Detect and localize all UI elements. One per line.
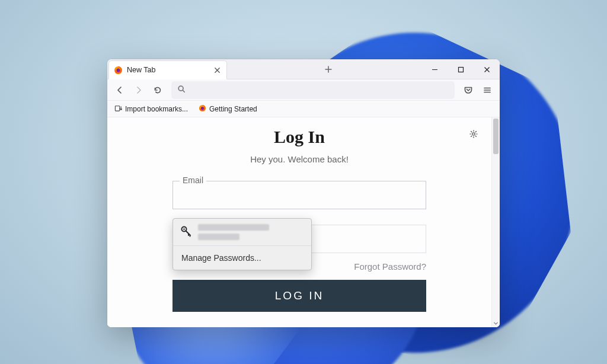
firefox-icon bbox=[199, 104, 206, 114]
nav-toolbar bbox=[107, 79, 500, 101]
content-area: Log In Hey you. Welcome back! Email Forg… bbox=[107, 117, 500, 327]
scrollbar-thumb[interactable] bbox=[493, 119, 499, 154]
page-title: Log In bbox=[172, 127, 426, 147]
login-button-label: LOG IN bbox=[275, 289, 324, 302]
browser-window: New Tab bbox=[107, 59, 500, 327]
minimize-button[interactable] bbox=[421, 59, 448, 79]
close-window-button[interactable] bbox=[474, 59, 500, 79]
firefox-icon bbox=[114, 66, 123, 75]
search-icon bbox=[177, 85, 186, 95]
email-field-group: Email bbox=[172, 181, 426, 209]
window-controls bbox=[421, 59, 500, 79]
bookmark-import[interactable]: Import bookmarks... bbox=[111, 103, 191, 116]
new-tab-button[interactable] bbox=[320, 61, 337, 78]
maximize-button[interactable] bbox=[448, 59, 474, 79]
svg-rect-4 bbox=[115, 106, 119, 110]
url-bar[interactable] bbox=[171, 81, 455, 99]
browser-tab[interactable]: New Tab bbox=[108, 60, 227, 79]
reload-button[interactable] bbox=[149, 81, 167, 99]
app-menu-button[interactable] bbox=[478, 81, 496, 99]
titlebar: New Tab bbox=[107, 59, 500, 79]
bookmark-getting-started[interactable]: Getting Started bbox=[195, 103, 261, 116]
login-page: Log In Hey you. Welcome back! Email Forg… bbox=[107, 117, 491, 327]
svg-rect-2 bbox=[458, 67, 463, 72]
password-autofill-popup: Manage Passwords... bbox=[172, 218, 312, 270]
pocket-button[interactable] bbox=[459, 81, 477, 99]
autofill-suggestion[interactable] bbox=[173, 219, 311, 246]
tab-title: New Tab bbox=[127, 66, 155, 74]
vertical-scrollbar[interactable] bbox=[491, 117, 500, 327]
svg-point-7 bbox=[472, 133, 475, 135]
email-label: Email bbox=[180, 175, 206, 185]
import-icon bbox=[114, 104, 122, 114]
svg-point-9 bbox=[183, 228, 185, 230]
autofill-credentials-redacted bbox=[198, 224, 269, 240]
bookmark-label: Getting Started bbox=[209, 105, 257, 113]
key-icon bbox=[180, 225, 192, 239]
login-submit-button[interactable]: LOG IN bbox=[172, 280, 426, 312]
page-frame: Log In Hey you. Welcome back! Email Forg… bbox=[107, 117, 491, 327]
page-subtitle: Hey you. Welcome back! bbox=[172, 154, 426, 164]
settings-gear-button[interactable] bbox=[467, 127, 481, 141]
manage-passwords-link[interactable]: Manage Passwords... bbox=[173, 246, 311, 270]
bookmarks-bar: Import bookmarks... Getting Started bbox=[107, 101, 500, 117]
forward-button[interactable] bbox=[130, 81, 148, 99]
svg-point-6 bbox=[201, 106, 204, 109]
svg-point-1 bbox=[117, 68, 120, 72]
tab-close-button[interactable] bbox=[212, 65, 222, 75]
email-input[interactable] bbox=[172, 181, 426, 209]
svg-point-3 bbox=[178, 86, 183, 91]
back-button[interactable] bbox=[111, 81, 129, 99]
bookmark-label: Import bookmarks... bbox=[125, 105, 188, 113]
